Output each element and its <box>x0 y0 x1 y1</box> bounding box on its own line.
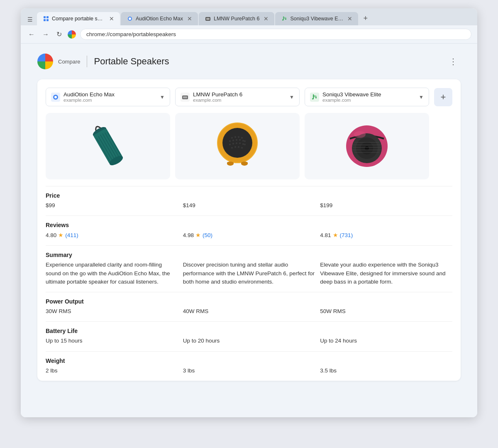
tab1-close[interactable]: ✕ <box>109 16 114 22</box>
tab-bar-nav: ☰ <box>24 14 36 25</box>
summary-product1: Experience unparalleled clarity and room… <box>46 261 178 286</box>
tab-audiotion-echo-max[interactable]: AudiOtion Echo Max ✕ <box>121 12 198 25</box>
svg-point-41 <box>242 143 244 145</box>
rating1-score: 4.80 <box>46 231 56 240</box>
reviews-product1: 4.80 ★ (411) <box>46 231 178 240</box>
tab2-label: AudiOtion Echo Max <box>136 16 183 22</box>
svg-point-39 <box>236 142 237 144</box>
product3-name: Soniqu3 Vibewave Elite <box>322 91 415 98</box>
weight-values: 2 lbs 3 lbs 3.5 lbs <box>46 367 452 381</box>
svg-point-15 <box>315 97 317 98</box>
power-product1: 30W RMS <box>46 307 178 316</box>
svg-point-27 <box>231 137 233 139</box>
product-images-row <box>46 113 452 179</box>
reviews-product3: 4.81 ★ (731) <box>320 231 452 240</box>
battery-values: Up to 15 hours Up to 20 hours Up to 24 h… <box>46 337 452 351</box>
product1-image-cell <box>46 113 170 179</box>
rating1-star: ★ <box>58 231 63 240</box>
price-product3: $199 <box>320 201 452 210</box>
svg-point-42 <box>244 144 246 145</box>
header-divider <box>87 56 87 67</box>
weight-product3: 3.5 lbs <box>320 367 452 375</box>
battery-life-section: Battery Life Up to 15 hours Up to 20 hou… <box>46 321 452 351</box>
summary-values: Experience unparalleled clarity and room… <box>46 261 452 292</box>
tab-lmnw-purepatch[interactable]: LMNW PurePatch 6 ✕ <box>199 12 274 25</box>
product-selector-3[interactable]: Soniqu3 Vibewave Elite example.com ▼ <box>305 88 429 106</box>
compare-header: Compare Portable Speakers ⋮ <box>37 54 461 69</box>
svg-point-29 <box>238 136 239 138</box>
tab-list-icon[interactable]: ☰ <box>27 16 33 23</box>
tab2-close[interactable]: ✕ <box>187 16 192 22</box>
price-section: Price $99 $149 $199 <box>46 186 452 215</box>
reviews-label: Reviews <box>46 216 452 231</box>
product3-image <box>340 117 394 175</box>
product2-icon <box>181 93 190 102</box>
price-values: $99 $149 $199 <box>46 201 452 215</box>
address-input[interactable] <box>80 29 471 40</box>
add-product-button[interactable]: + <box>434 88 452 106</box>
weight-label: Weight <box>46 352 452 367</box>
tab-compare-portable-speakers[interactable]: Compare portable speakers ✕ <box>37 12 120 25</box>
reviews-product2: 4.98 ★ (50) <box>183 231 315 240</box>
svg-rect-2 <box>44 19 46 21</box>
tab-bar: ☰ Compare portable speakers ✕ AudiOtion … <box>21 8 477 25</box>
tab-soniqu3-vibewave[interactable]: Soniqu3 Vibewave Elite ✕ <box>275 12 358 25</box>
svg-point-31 <box>229 140 231 142</box>
product2-chevron: ▼ <box>289 94 294 100</box>
tab3-icon <box>205 15 211 22</box>
battery-product3: Up to 24 hours <box>320 337 452 345</box>
battery-product1: Up to 15 hours <box>46 337 178 345</box>
svg-point-28 <box>234 136 236 138</box>
tab3-close[interactable]: ✕ <box>264 16 269 22</box>
product-selector-2[interactable]: LMNW PurePatch 6 example.com ▼ <box>175 88 300 106</box>
weight-section: Weight 2 lbs 3 lbs 3.5 lbs <box>46 351 452 381</box>
product-selector-1[interactable]: AudiOtion Echo Max example.com ▼ <box>46 88 170 106</box>
price-product1: $99 <box>46 201 178 210</box>
product-selectors-row: AudiOtion Echo Max example.com ▼ LMNW Pu… <box>46 88 452 106</box>
reload-button[interactable]: ↻ <box>55 29 63 39</box>
power-values: 30W RMS 40W RMS 50W RMS <box>46 307 452 321</box>
product2-info: LMNW PurePatch 6 example.com <box>193 91 286 103</box>
tab4-label: Soniqu3 Vibewave Elite <box>290 16 343 22</box>
product1-icon <box>51 93 60 102</box>
svg-point-62 <box>354 131 366 138</box>
reviews1-link[interactable]: (411) <box>65 231 78 240</box>
comparison-table: Price $99 $149 $199 Reviews 4.80 <box>46 186 452 381</box>
product1-image <box>87 117 129 175</box>
svg-point-26 <box>222 128 252 158</box>
product3-image-cell <box>305 113 429 179</box>
summary-label: Summary <box>46 246 452 261</box>
forward-button[interactable]: → <box>41 30 51 39</box>
product2-name: LMNW PurePatch 6 <box>193 91 286 98</box>
reviews-section: Reviews 4.80 ★ (411) 4.98 <box>46 215 452 245</box>
battery-life-label: Battery Life <box>46 322 452 337</box>
compare-card: AudiOtion Echo Max example.com ▼ LMNW Pu… <box>37 79 461 381</box>
product3-chevron: ▼ <box>419 94 424 100</box>
price-label: Price <box>46 186 452 201</box>
summary-product3: Elevate your audio experience with the S… <box>320 261 452 286</box>
more-menu-button[interactable]: ⋮ <box>446 55 461 68</box>
summary-section: Summary Experience unparalleled clarity … <box>46 245 452 292</box>
back-button[interactable]: ← <box>27 30 37 39</box>
svg-rect-3 <box>46 19 49 21</box>
svg-point-45 <box>238 146 239 148</box>
price-product2: $149 <box>183 201 315 210</box>
svg-point-44 <box>234 146 236 148</box>
product3-icon <box>310 93 319 102</box>
new-tab-button[interactable]: + <box>359 12 372 25</box>
svg-point-43 <box>231 147 233 149</box>
compare-header-left: Compare Portable Speakers <box>37 54 169 69</box>
weight-product2: 3 lbs <box>183 367 315 375</box>
image-spacer <box>434 113 452 179</box>
product1-info: AudiOtion Echo Max example.com <box>63 91 156 103</box>
page-content: Compare Portable Speakers ⋮ AudiOtion Ec… <box>21 44 477 417</box>
reviews3-link[interactable]: (731) <box>340 231 353 240</box>
page-title: Portable Speakers <box>94 56 169 67</box>
compare-label: Compare <box>58 59 80 65</box>
rating2-score: 4.98 <box>183 231 194 240</box>
tab4-close[interactable]: ✕ <box>347 16 352 22</box>
reviews2-link[interactable]: (50) <box>203 231 212 240</box>
svg-point-38 <box>232 143 234 144</box>
svg-point-14 <box>312 98 313 99</box>
power-output-section: Power Output 30W RMS 40W RMS 50W RMS <box>46 292 452 321</box>
